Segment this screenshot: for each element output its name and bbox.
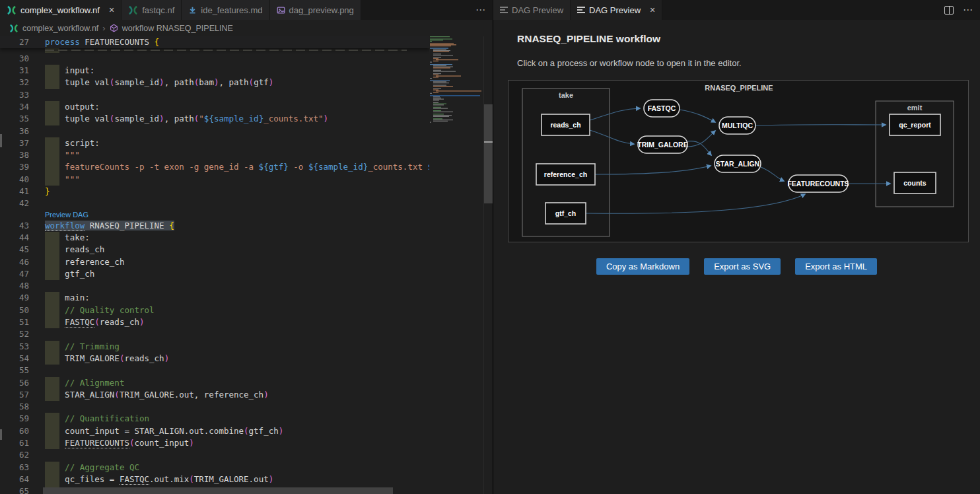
breadcrumb-file[interactable]: complex_workflow.nf	[22, 24, 98, 33]
node-trim-galore[interactable]: TRIM_GALORE	[637, 136, 687, 153]
tab-dag-preview-inactive[interactable]: DAG Preview	[493, 0, 571, 20]
nextflow-icon	[7, 5, 17, 15]
codelens-preview-dag: Preview DAG	[0, 210, 429, 220]
export-as-svg-button[interactable]: Export as SVG	[704, 258, 781, 275]
vertical-scrollbar[interactable]	[483, 36, 493, 494]
sticky-scroll-line[interactable]: 27 process FEATURECOUNTS {	[0, 36, 429, 48]
nextflow-icon	[128, 5, 138, 15]
code-line[interactable]: 47 gtf_ch	[0, 268, 429, 280]
export-as-html-button[interactable]: Export as HTML	[795, 258, 877, 275]
cursor-position-marker	[484, 141, 493, 143]
code-line[interactable]: 48	[0, 280, 429, 292]
tab-dag-preview-png[interactable]: dag_preview.png	[270, 0, 361, 20]
code-line[interactable]: 37 script:	[0, 137, 429, 149]
code-line[interactable]: 39 featureCounts -p -t exon -g gene_id -…	[0, 161, 429, 173]
code-line[interactable]: 60 count_input = STAR_ALIGN.out.combine(…	[0, 425, 429, 437]
code-line[interactable]: 40 """	[0, 174, 429, 186]
diagram-title: RNASEQ_PIPELINE	[705, 84, 773, 92]
scrollbar-thumb[interactable]	[43, 487, 393, 494]
node-qc-report[interactable]: qc_report	[890, 114, 940, 135]
code-line[interactable]: 32 tuple val(sample_id), path(bam), path…	[0, 77, 429, 88]
code-line[interactable]: 58	[0, 401, 429, 413]
node-multiqc[interactable]: MULTIQC	[719, 117, 755, 134]
code-line[interactable]: 54 TRIM_GALORE(reads_ch)	[0, 353, 429, 365]
code-line[interactable]: 62	[0, 449, 429, 461]
tab-ide-features[interactable]: ide_features.md	[182, 0, 269, 20]
code-line[interactable]: 38 """	[0, 149, 429, 161]
code-line[interactable]: 33	[0, 89, 429, 101]
code-line[interactable]: 63 // Aggregate QC	[0, 462, 429, 474]
code-line[interactable]: 41}	[0, 186, 429, 197]
close-icon[interactable]: ×	[650, 5, 655, 15]
tab-label: ide_features.md	[201, 5, 262, 15]
code-line[interactable]: 44 take:	[0, 232, 429, 244]
code-line[interactable]: 59 // Quantification	[0, 413, 429, 425]
code-line[interactable]: 50 // Quality control	[0, 304, 429, 316]
code-line[interactable]: 35 tuple val(sample_id), path("${sample_…	[0, 113, 429, 125]
node-star-align[interactable]: STAR_ALIGN	[715, 155, 761, 172]
tab-label: DAG Preview	[512, 5, 563, 15]
svg-text:reads_ch: reads_ch	[550, 121, 580, 129]
code-line[interactable]: 34 output:	[0, 101, 429, 113]
code-line[interactable]: 45 reads_ch	[0, 244, 429, 256]
tab-dag-preview-active[interactable]: DAG Preview ×	[571, 0, 662, 20]
node-featurecounts[interactable]: FEATURECOUNTS	[787, 175, 849, 192]
node-gtf-ch[interactable]: gtf_ch	[545, 203, 586, 224]
minimap[interactable]	[429, 36, 481, 494]
code-line[interactable]: 49 main:	[0, 292, 429, 304]
editor-actions: ⋯	[944, 0, 973, 20]
split-editor-icon[interactable]	[944, 6, 954, 15]
tab-bar: complex_workflow.nf × fastqc.nf ide_feat…	[0, 0, 980, 20]
line-number: 62	[0, 449, 29, 461]
tab-complex-workflow[interactable]: complex_workflow.nf ×	[0, 0, 122, 20]
node-reference-ch[interactable]: reference_ch	[536, 164, 595, 185]
node-reads-ch[interactable]: reads_ch	[542, 114, 590, 135]
code-line[interactable]: 30	[0, 53, 429, 65]
code-line[interactable]: 42	[0, 197, 429, 209]
code-line[interactable]: 53 // Trimming	[0, 341, 429, 353]
line-number: 56	[0, 377, 29, 389]
code-line[interactable]: 51 FASTQC(reads_ch)	[0, 316, 429, 328]
tab-label: fastqc.nf	[142, 5, 174, 15]
tab-fastqc[interactable]: fastqc.nf	[122, 0, 182, 20]
breadcrumb: complex_workflow.nf › workflow RNASEQ_PI…	[0, 20, 493, 36]
svg-text:reference_ch: reference_ch	[544, 170, 587, 178]
line-number: 58	[0, 401, 29, 413]
scrollbar-thumb[interactable]	[484, 104, 493, 203]
horizontal-scrollbar[interactable]	[0, 487, 429, 494]
copy-as-markdown-button[interactable]: Copy as Markdown	[596, 258, 689, 275]
code-line[interactable]: 36	[0, 125, 429, 137]
code-line[interactable]: 61 FEATURECOUNTS(count_input)	[0, 437, 429, 449]
code-line[interactable]: 31 input:	[0, 65, 429, 77]
code-line[interactable]: 46 reference_ch	[0, 256, 429, 268]
markdown-icon	[188, 6, 197, 15]
code-line[interactable]: 57 STAR_ALIGN(TRIM_GALORE.out, reference…	[0, 389, 429, 401]
line-number: 33	[0, 89, 29, 101]
line-number: 35	[0, 113, 29, 125]
node-fastqc[interactable]: FASTQC	[644, 100, 680, 117]
image-icon	[277, 6, 285, 15]
tab-overflow-button[interactable]: ⋯	[475, 0, 486, 20]
line-number: 38	[0, 149, 29, 161]
codelens-link[interactable]: Preview DAG	[45, 211, 88, 219]
code-editor[interactable]: 27 process FEATURECOUNTS { 3031 input:32…	[0, 36, 493, 494]
breadcrumb-symbol[interactable]: workflow RNASEQ_PIPELINE	[122, 24, 233, 33]
line-number: 44	[0, 232, 29, 244]
editor-group-left: complex_workflow.nf › workflow RNASEQ_PI…	[0, 20, 493, 494]
close-icon[interactable]: ×	[109, 5, 114, 15]
svg-text:counts: counts	[903, 179, 927, 187]
code-line[interactable]: 43workflow RNASEQ_PIPELINE {	[0, 220, 429, 232]
line-number: 39	[0, 161, 29, 173]
code-line[interactable]: 52	[0, 328, 429, 340]
panel-subtitle: Click on a process or workflow node to o…	[517, 58, 965, 68]
node-counts[interactable]: counts	[894, 172, 936, 194]
code-line[interactable]: 55	[0, 365, 429, 376]
more-actions-icon[interactable]: ⋯	[963, 4, 973, 16]
svg-text:FASTQC: FASTQC	[648, 104, 676, 112]
line-number: 49	[0, 292, 29, 304]
code-line[interactable]: 56 // Alignment	[0, 377, 429, 389]
code-line[interactable]: 64 qc_files = FASTQC.out.mix(TRIM_GALORE…	[0, 474, 429, 485]
cluster-take-label: take	[559, 91, 573, 99]
line-number: 45	[0, 244, 29, 256]
nextflow-icon	[9, 24, 18, 33]
